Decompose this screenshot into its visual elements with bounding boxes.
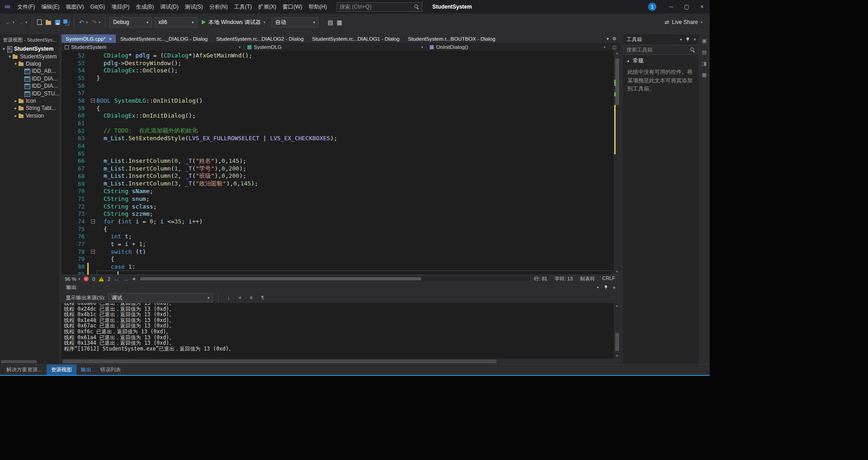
code-line-74[interactable]: 74−for (int i = 0; i <=35; i++) xyxy=(62,218,614,225)
code-line-67[interactable]: 67m_List.InsertColumn(1, _T("学号"),0,200)… xyxy=(62,165,614,172)
scrollbar-track[interactable] xyxy=(614,308,620,353)
close-icon[interactable]: × xyxy=(109,36,112,42)
panel-tab-错误列表[interactable]: 错误列表 xyxy=(96,365,126,375)
save-icon[interactable] xyxy=(53,17,62,28)
code-line-79[interactable]: 79{ xyxy=(62,256,614,263)
doc-tab[interactable]: StudentSystem.rc..._DIALOG - Dialog xyxy=(116,34,212,43)
code-line-59[interactable]: 59{ xyxy=(62,104,614,112)
tree-item-Dialog[interactable]: ▾Dialog xyxy=(0,60,59,67)
tab-list-chevron-icon[interactable]: ▾ xyxy=(607,36,609,41)
breakpoint-margin[interactable] xyxy=(62,187,69,195)
navigate-back-icon[interactable]: ← xyxy=(4,17,13,28)
breakpoint-margin[interactable] xyxy=(62,66,69,74)
code-line-56[interactable]: 56 xyxy=(62,82,614,90)
right-strip-icon-2[interactable]: ▤ xyxy=(702,49,707,55)
right-strip-icon-4[interactable]: ▦ xyxy=(702,72,707,78)
output-panel-header[interactable]: 输出 ▾ × xyxy=(62,283,620,292)
fold-collapse-icon[interactable]: − xyxy=(90,250,96,254)
breakpoint-margin[interactable] xyxy=(62,270,69,275)
code-line-69[interactable]: 69m_List.InsertColumn(3, _T("政治面貌"),0,14… xyxy=(62,180,614,188)
code-line-68[interactable]: 68m_List.InsertColumn(2, _T("班级"),0,200)… xyxy=(62,172,614,180)
zoom-control[interactable]: 96 % ▾ xyxy=(65,276,80,282)
close-icon[interactable]: × xyxy=(613,285,616,290)
breakpoint-margin[interactable] xyxy=(62,74,69,82)
gear-icon[interactable]: ⚙ xyxy=(612,36,617,41)
code-line-55[interactable]: 55} xyxy=(62,74,614,82)
breakpoint-margin[interactable] xyxy=(62,119,69,127)
right-strip-icon-3[interactable]: ◨ xyxy=(702,61,707,66)
breadcrumb-project[interactable]: StudentSystem ▾ xyxy=(62,43,244,51)
breadcrumb-class[interactable]: SystemDLG ▾ xyxy=(244,43,427,51)
minimize-button[interactable]: ─ xyxy=(664,0,679,14)
panel-tab-输出[interactable]: 输出 xyxy=(76,365,96,375)
doc-tab[interactable]: SystemDLG.cpp*× xyxy=(62,34,116,43)
code-line-81[interactable]: 81 xyxy=(62,270,614,275)
notification-badge[interactable]: 1 xyxy=(648,3,656,11)
code-line-54[interactable]: 54CDialogEx::OnClose(); xyxy=(62,66,614,74)
undo-dropdown-icon[interactable]: ▾ xyxy=(86,20,90,24)
redo-dropdown-icon[interactable]: ▾ xyxy=(99,20,102,24)
code-line-52[interactable]: 52CDialog* pdlg = (CDialog*)AfxGetMainWn… xyxy=(62,52,614,59)
resource-view-hscrollbar[interactable] xyxy=(0,359,59,364)
code-line-61[interactable]: 61 xyxy=(62,119,614,127)
breakpoint-margin[interactable] xyxy=(62,218,69,225)
autoscroll-icon[interactable]: ↓ xyxy=(224,295,233,300)
output-vertical-scrollbar[interactable]: ▲ ▼ xyxy=(614,303,620,359)
breakpoint-margin[interactable] xyxy=(62,256,69,263)
menu-item-12[interactable]: 帮助(H) xyxy=(305,0,330,14)
scrollbar-thumb[interactable] xyxy=(615,58,619,105)
menu-item-2[interactable]: 视图(V) xyxy=(62,0,87,14)
tree-item-String-Tabl-[interactable]: ▸String Tabl... xyxy=(0,104,59,112)
breakpoint-margin[interactable] xyxy=(62,112,69,120)
right-strip-icon-1[interactable]: ▣ xyxy=(702,38,707,44)
breakpoint-margin[interactable] xyxy=(62,59,69,67)
close-button[interactable]: × xyxy=(694,0,710,14)
breakpoint-margin[interactable] xyxy=(62,135,69,142)
menu-item-3[interactable]: Git(G) xyxy=(87,0,108,14)
scrollbar-thumb[interactable] xyxy=(615,333,619,351)
tree-item-IDD_DIA-[interactable]: IDD_DIA... xyxy=(0,75,59,82)
error-count[interactable]: 0 xyxy=(92,276,95,282)
navigate-forward-icon[interactable]: → xyxy=(16,17,25,28)
code-line-58[interactable]: 58−BOOL SystemDLG::OnInitDialog() xyxy=(62,97,614,104)
scroll-up-icon[interactable]: ▲ xyxy=(614,303,620,308)
breadcrumb-member[interactable]: OnInitDialog() ▾ xyxy=(427,43,608,51)
code-line-77[interactable]: 77t = i + 1; xyxy=(62,240,614,248)
toolbox-header[interactable]: 工具箱 ▾ × xyxy=(623,34,699,44)
toggle-output-icon[interactable]: ¶ xyxy=(258,295,267,300)
breakpoint-margin[interactable] xyxy=(62,172,69,180)
forward-dropdown-icon[interactable]: ▾ xyxy=(25,20,29,24)
open-file-icon[interactable] xyxy=(44,17,53,28)
word-wrap-icon[interactable]: ≡ xyxy=(247,295,256,300)
editor-horizontal-scrollbar[interactable] xyxy=(139,277,529,281)
code-line-62[interactable]: 62// TODO: 在此添加额外的初始化 xyxy=(62,127,614,135)
expander-icon[interactable]: ▸ xyxy=(13,106,18,110)
debug-target-dropdown[interactable]: 自动▾ xyxy=(271,17,318,28)
tree-item-Icon[interactable]: ▸Icon xyxy=(0,97,59,104)
menu-item-4[interactable]: 项目(P) xyxy=(108,0,133,14)
tree-item-Version[interactable]: ▸Version xyxy=(0,112,59,119)
solution-platform-dropdown[interactable]: x86▾ xyxy=(155,17,197,28)
breakpoint-margin[interactable] xyxy=(62,233,69,241)
output-source-dropdown[interactable]: 调试 ▾ xyxy=(108,293,213,302)
breakpoint-margin[interactable] xyxy=(62,203,69,210)
code-line-64[interactable]: 64 xyxy=(62,142,614,150)
toolbox-section-general[interactable]: ▲ 常规 xyxy=(623,56,699,65)
menu-item-9[interactable]: 工具(T) xyxy=(231,0,255,14)
menu-item-0[interactable]: 文件(F) xyxy=(14,0,38,14)
scroll-left-icon[interactable]: ◀ xyxy=(132,277,135,281)
code-line-57[interactable]: 57 xyxy=(62,89,614,97)
clear-output-icon[interactable]: × xyxy=(236,295,244,300)
toolbar-extra-icon-1[interactable]: ▤ xyxy=(326,17,335,28)
undo-icon[interactable]: ↶ xyxy=(77,17,86,28)
panel-tab-解决方案资源[interactable]: 解决方案资源... xyxy=(2,365,47,375)
new-file-icon[interactable] xyxy=(35,17,44,28)
quick-search-box[interactable]: 搜索 (Ctrl+Q) xyxy=(337,2,422,12)
breakpoint-margin[interactable] xyxy=(62,142,69,150)
breakpoint-margin[interactable] xyxy=(62,89,69,97)
line-indicator[interactable]: 行: 81 xyxy=(534,275,547,282)
scrollbar-track[interactable] xyxy=(614,56,620,269)
eol-indicator[interactable]: CRLF xyxy=(602,275,615,282)
tree-item-StudentSystem[interactable]: ▾StudentSystem xyxy=(0,45,59,52)
breakpoint-margin[interactable] xyxy=(62,195,69,203)
